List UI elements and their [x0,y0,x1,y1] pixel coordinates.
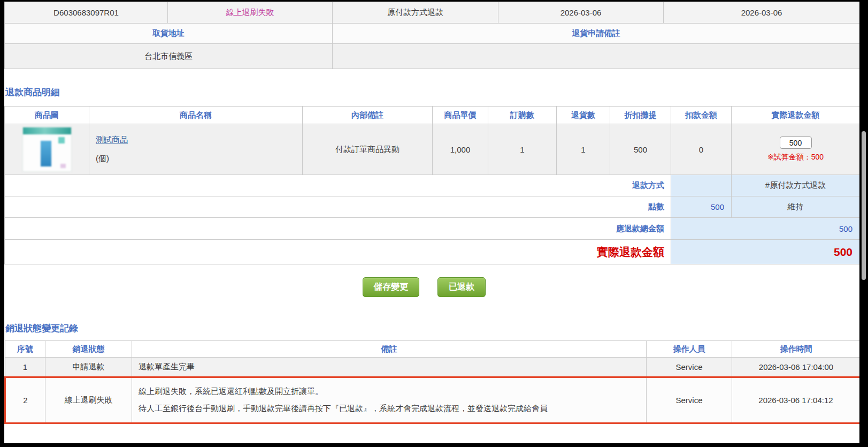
log-time: 2026-03-06 17:04:12 [732,377,860,423]
col-header-product-name: 商品名稱 [89,107,303,124]
order-info-header-row: 取貨地址 退貨申請備註 [5,24,860,44]
save-changes-button[interactable]: 儲存變更 [363,277,419,297]
return-note-header: 退貨申請備註 [333,24,860,44]
actual-refund-cell: ※試算金額：500 [732,124,860,175]
points-action: 維持 [732,196,860,218]
total-refund-value: 500 [671,218,860,240]
actual-refund-label: 實際退款金額 [5,240,671,264]
discount-amortize-cell: 500 [610,124,671,175]
product-row: 測試商品 (個) 付款訂單商品異動 1,000 1 1 500 0 ※試算金額：… [5,124,860,175]
order-info-table: D6030683097R01 線上退刷失敗 原付款方式退款 2026-03-06… [4,2,859,69]
return-status-cell: 線上退刷失敗 [168,2,333,24]
order-qty-cell: 1 [488,124,557,175]
log-operator: Service [647,358,732,377]
product-name-cell: 測試商品 (個) [89,124,303,175]
log-seq: 1 [5,358,45,377]
col-header-deduction: 扣款金額 [671,107,732,124]
product-image-detail [41,141,51,166]
col-header-time: 操作時間 [732,341,860,358]
order-number-cell: D6030683097R01 [5,2,168,24]
col-header-note: 備註 [132,341,647,358]
refund-items-table: 商品圖 商品名稱 內部備註 商品單價 訂購數 退貨數 折扣攤提 扣款金額 實際退… [4,106,859,264]
total-refund-row: 應退款總金額 500 [5,218,860,240]
status-log-row: 1 申請退款 退款單產生完畢 Service 2026-03-06 17:04:… [5,358,860,377]
col-header-seq: 序號 [5,341,45,358]
internal-note-cell: 付款訂單商品異動 [303,124,433,175]
col-header-discount: 折扣攤提 [610,107,671,124]
log-status: 線上退刷失敗 [45,377,132,423]
refund-method-row: 退款方式 #原付款方式退款 [5,175,860,196]
col-header-operator: 操作人員 [647,341,732,358]
col-header-unit-price: 商品單價 [433,107,488,124]
col-header-actual-refund: 實際退款金額 [732,107,860,124]
refund-method-cell: 原付款方式退款 [333,2,498,24]
col-header-product-image: 商品圖 [5,107,89,124]
order-date-cell-1: 2026-03-06 [498,2,664,24]
order-info-value-row: 台北市信義區 [5,44,860,69]
refund-items-header-row: 商品圖 商品名稱 內部備註 商品單價 訂購數 退貨數 折扣攤提 扣款金額 實際退… [5,107,860,124]
log-time: 2026-03-06 17:04:00 [732,358,860,377]
status-log-title: 銷退狀態變更記錄 [4,322,859,335]
order-info-row: D6030683097R01 線上退刷失敗 原付款方式退款 2026-03-06… [5,2,860,24]
refund-items-title: 退款商品明細 [4,86,859,99]
log-seq: 2 [5,377,45,423]
product-image-detail [60,164,66,168]
product-unit-label: (個) [96,154,302,164]
order-date-cell-2: 2026-03-06 [664,2,860,24]
actual-refund-value: 500 [671,240,860,264]
points-row: 點數 500 維持 [5,196,860,218]
log-note: 退款單產生完畢 [132,358,647,377]
action-button-row: 儲存變更 已退款 [4,277,844,297]
pickup-address-header: 取貨地址 [5,24,333,44]
points-value: 500 [671,196,732,218]
product-image-detail [23,127,71,134]
status-log-table: 序號 銷退狀態 備註 操作人員 操作時間 1 申請退款 退款單產生完畢 Serv… [4,340,859,424]
status-log-header-row: 序號 銷退狀態 備註 操作人員 操作時間 [5,341,860,358]
refunded-button[interactable]: 已退款 [437,277,486,297]
refund-method-label: 退款方式 [5,175,671,196]
pickup-address-value: 台北市信義區 [5,44,333,69]
trial-amount-note: ※試算金額：500 [732,153,859,162]
log-note: 線上刷退失敗，系統已返還紅利點數及開立折讓單。 待人工至銀行後台手動退刷，手動退… [132,377,647,423]
log-operator: Service [647,377,732,423]
product-image [22,127,72,172]
actual-refund-row: 實際退款金額 500 [5,240,860,264]
log-note-line-2: 待人工至銀行後台手動退刷，手動退款完畢後請再按下『已退款』，系統才會完成退款流程… [139,404,640,414]
product-image-detail [58,137,65,143]
return-note-value [333,44,860,69]
product-image-cell [5,124,89,175]
vertical-scrollbar-thumb[interactable] [862,131,866,280]
log-status: 申請退款 [45,358,132,377]
log-note-line-1: 線上刷退失敗，系統已返還紅利點數及開立折讓單。 [139,387,640,397]
refund-method-value: #原付款方式退款 [732,175,860,196]
deduction-cell: 0 [671,124,732,175]
unit-price-cell: 1,000 [433,124,488,175]
total-refund-label: 應退款總金額 [5,218,671,240]
return-qty-cell: 1 [557,124,610,175]
product-name-link[interactable]: 測試商品 [96,135,128,144]
points-label: 點數 [5,196,671,218]
status-log-row-highlighted: 2 線上退刷失敗 線上刷退失敗，系統已返還紅利點數及開立折讓單。 待人工至銀行後… [5,377,860,423]
col-header-internal-note: 內部備註 [303,107,433,124]
col-header-return-qty: 退貨數 [557,107,610,124]
refund-method-empty-cell [671,175,732,196]
col-header-status: 銷退狀態 [45,341,132,358]
col-header-order-qty: 訂購數 [488,107,557,124]
page-content: D6030683097R01 線上退刷失敗 原付款方式退款 2026-03-06… [4,2,859,443]
actual-refund-input[interactable] [780,137,812,149]
